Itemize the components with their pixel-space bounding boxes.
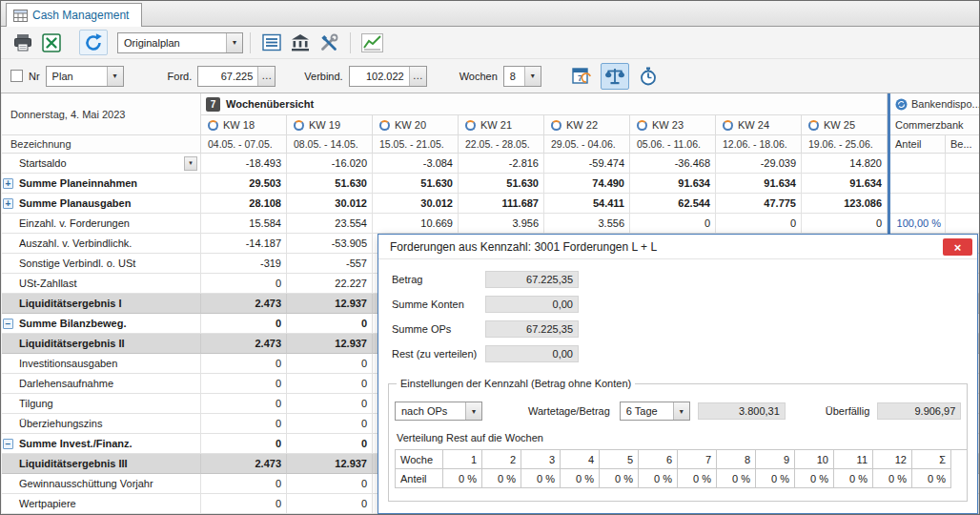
- table-cell[interactable]: 23.554: [287, 214, 373, 234]
- table-cell[interactable]: 3.956: [459, 214, 544, 234]
- table-cell[interactable]: 10.669: [373, 214, 459, 234]
- wartetage-select[interactable]: 6 Tage ▾: [620, 402, 690, 421]
- kw-header[interactable]: KW 18: [201, 115, 287, 135]
- table-cell[interactable]: 62.544: [630, 194, 716, 214]
- table-cell[interactable]: -2.816: [459, 154, 544, 174]
- week-table-value[interactable]: 0 %: [600, 469, 639, 488]
- table-cell[interactable]: 12.937: [287, 454, 373, 474]
- table-cell[interactable]: 0: [287, 374, 373, 394]
- table-cell[interactable]: 0: [716, 214, 802, 234]
- kw-header[interactable]: KW 25: [802, 115, 888, 135]
- table-cell[interactable]: 0: [201, 474, 287, 494]
- ford-ellipsis-button[interactable]: …: [257, 67, 275, 86]
- table-row[interactable]: Einzahl. v. Forderungen15.58423.55410.66…: [2, 214, 980, 234]
- table-cell[interactable]: 30.012: [287, 194, 373, 214]
- table-cell[interactable]: 111.687: [459, 194, 544, 214]
- table-cell[interactable]: 12.937: [287, 334, 373, 354]
- table-cell[interactable]: 29.503: [201, 174, 287, 194]
- table-cell[interactable]: -3.084: [373, 154, 459, 174]
- table-cell[interactable]: -319: [201, 254, 287, 274]
- table-cell[interactable]: 0: [201, 494, 287, 514]
- table-cell[interactable]: 0: [287, 494, 373, 514]
- table-cell[interactable]: -16.020: [287, 154, 373, 174]
- table-cell[interactable]: 28.108: [201, 194, 287, 214]
- kw-header[interactable]: KW 24: [716, 115, 802, 135]
- table-cell[interactable]: 51.630: [459, 174, 544, 194]
- table-cell[interactable]: 22.227: [287, 274, 373, 294]
- tools-button[interactable]: [315, 30, 343, 55]
- method-select[interactable]: nach OPs ▾: [395, 402, 482, 421]
- table-cell[interactable]: -36.468: [630, 154, 716, 174]
- week-table-value[interactable]: 0 %: [717, 469, 756, 488]
- table-cell[interactable]: 91.634: [802, 174, 888, 194]
- table-cell[interactable]: 3.556: [544, 214, 630, 234]
- refresh-button[interactable]: [79, 30, 108, 55]
- anteil-cell[interactable]: 100,00 %: [890, 214, 946, 234]
- table-cell[interactable]: 0: [201, 394, 287, 414]
- table-cell[interactable]: 74.490: [544, 174, 630, 194]
- kw-header[interactable]: KW 23: [630, 115, 716, 135]
- startsaldo-dropdown[interactable]: ▾: [184, 156, 197, 171]
- table-cell[interactable]: 2.473: [201, 454, 287, 474]
- anteil-cell[interactable]: [890, 154, 946, 174]
- table-cell[interactable]: 0: [201, 374, 287, 394]
- table-row[interactable]: +Summe Planausgaben28.10830.01230.012111…: [2, 194, 980, 214]
- scale-weeks-button[interactable]: [601, 63, 629, 90]
- table-cell[interactable]: 0: [287, 414, 373, 434]
- table-cell[interactable]: -18.493: [201, 154, 287, 174]
- table-cell[interactable]: -53.905: [287, 234, 373, 254]
- table-cell[interactable]: 0: [201, 274, 287, 294]
- table-cell[interactable]: 91.634: [630, 174, 716, 194]
- table-cell[interactable]: -29.039: [716, 154, 802, 174]
- table-cell[interactable]: 0: [630, 214, 716, 234]
- week-table-value[interactable]: 0 %: [834, 469, 873, 488]
- table-cell[interactable]: -59.474: [544, 154, 630, 174]
- print-button[interactable]: [9, 30, 37, 55]
- anteil-cell[interactable]: [890, 194, 946, 214]
- verbind-field[interactable]: 102.022 …: [349, 66, 427, 87]
- kw-header[interactable]: KW 19: [287, 115, 373, 135]
- kw-header[interactable]: KW 22: [544, 115, 630, 135]
- plan-select[interactable]: Plan ▾: [46, 66, 124, 87]
- row-expander[interactable]: −: [2, 314, 14, 334]
- excel-export-button[interactable]: [37, 30, 66, 55]
- table-cell[interactable]: 14.820: [802, 154, 888, 174]
- be-cell[interactable]: [946, 174, 980, 194]
- be-cell[interactable]: [946, 214, 980, 234]
- week-table-value[interactable]: 0 %: [443, 469, 482, 488]
- week-overview-header[interactable]: 7 Wochenübersicht: [201, 93, 888, 115]
- week-table-value[interactable]: 0 %: [912, 469, 951, 488]
- ford-field[interactable]: 67.225 …: [197, 66, 276, 87]
- table-cell[interactable]: 15.584: [201, 214, 287, 234]
- table-cell[interactable]: 0: [201, 354, 287, 374]
- table-cell[interactable]: 0: [287, 394, 373, 414]
- close-button[interactable]: ×: [943, 238, 972, 256]
- table-cell[interactable]: 51.630: [373, 174, 459, 194]
- week-table-value[interactable]: 0 %: [521, 469, 561, 488]
- verbind-ellipsis-button[interactable]: …: [409, 67, 426, 86]
- week-table-value[interactable]: 0 %: [678, 469, 717, 488]
- table-cell[interactable]: 0: [287, 314, 373, 334]
- table-cell[interactable]: 51.630: [287, 174, 373, 194]
- table-cell[interactable]: 0: [201, 314, 287, 334]
- anteil-cell[interactable]: [890, 174, 946, 194]
- table-cell[interactable]: 91.634: [716, 174, 802, 194]
- week-table-value[interactable]: 0 %: [639, 469, 678, 488]
- table-cell[interactable]: 0: [287, 354, 373, 374]
- table-cell[interactable]: 0: [287, 474, 373, 494]
- table-cell[interactable]: -557: [287, 254, 373, 274]
- table-cell[interactable]: 54.411: [544, 194, 630, 214]
- table-cell[interactable]: 0: [201, 414, 287, 434]
- timer-button[interactable]: [634, 63, 663, 90]
- kw-header[interactable]: KW 20: [373, 115, 459, 135]
- week-calendar-button[interactable]: 7: [567, 63, 596, 90]
- row-expander[interactable]: +: [2, 174, 14, 194]
- plan-variant-select[interactable]: Originalplan ▾: [117, 32, 243, 53]
- bank-section-header[interactable]: Bankendispo...: [890, 93, 980, 115]
- table-cell[interactable]: 30.012: [373, 194, 459, 214]
- table-row[interactable]: +Summe Planeinnahmen29.50351.63051.63051…: [2, 174, 980, 194]
- be-cell[interactable]: [946, 194, 980, 214]
- row-expander[interactable]: +: [2, 194, 14, 214]
- chart-button[interactable]: [357, 30, 386, 55]
- week-table-value[interactable]: 0 %: [873, 469, 912, 488]
